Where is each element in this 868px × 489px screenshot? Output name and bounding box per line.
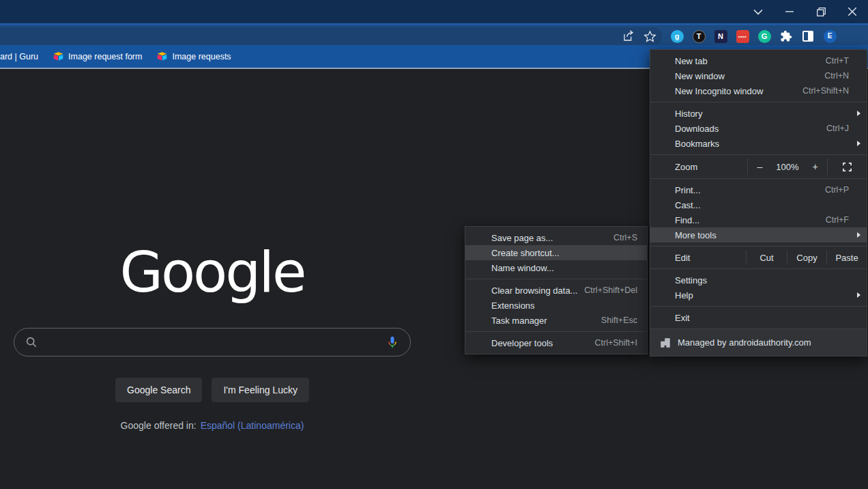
address-bar[interactable] [0,27,662,45]
close-icon [848,8,856,16]
airtable-icon [157,52,167,61]
browser-window: g T N •••• G E ard | Guru [0,0,868,489]
menu-separator [650,178,867,179]
extension-n-button[interactable]: N [711,27,730,45]
search-icon [25,336,38,348]
feeling-lucky-button[interactable]: I'm Feeling Lucky [212,378,309,402]
profile-avatar-button[interactable]: E [820,27,839,45]
window-controls [742,0,868,23]
edit-label: Edit [650,250,746,265]
extension-t-button[interactable]: T [689,27,708,45]
fullscreen-icon [843,163,852,171]
restore-button[interactable] [805,0,837,23]
voice-search-icon[interactable] [386,335,399,349]
zoom-label: Zoom [650,158,747,175]
submenu-arrow-icon [857,141,860,146]
managed-by-label: Managed by androidauthority.com [678,337,811,348]
offered-in-text: Google offered in: [121,420,197,431]
bookmark-item-image-request-form[interactable]: Image request form [49,48,146,65]
search-buttons-row: Google Search I'm Feeling Lucky [0,378,424,402]
zoom-level: 100% [776,162,798,172]
submenu-item-clear-browsing-data[interactable]: Clear browsing data... Ctrl+Shift+Del [465,283,647,298]
browser-toolbar: g T N •••• G E [0,23,868,45]
grammarly-icon: G [758,30,771,43]
language-offer-line: Google offered in:Español (Latinoamérica… [0,420,424,431]
extension-darkmode-button[interactable] [798,27,818,45]
menu-item-downloads[interactable]: Downloads Ctrl+J [650,121,867,136]
bookmark-label: ard | Guru [0,52,38,61]
menu-item-zoom: Zoom – 100% + [650,158,867,175]
submenu-arrow-icon [857,232,860,238]
submenu-item-create-shortcut[interactable]: Create shortcut... [465,245,647,260]
extensions-menu-button[interactable] [777,27,796,45]
share-button[interactable] [619,27,638,45]
zoom-in-button[interactable]: + [808,161,823,172]
menu-item-edit: Edit Cut Copy Paste [650,250,867,265]
profile-avatar: E [824,30,837,43]
menu-item-cast[interactable]: Cast... [650,197,867,212]
submenu-item-task-manager[interactable]: Task manager Shift+Esc [465,313,647,328]
minimize-button[interactable] [774,0,805,23]
menu-item-new-window[interactable]: New window Ctrl+N [650,68,867,83]
copy-button[interactable]: Copy [787,250,826,265]
cut-button[interactable]: Cut [747,250,787,265]
menu-item-more-tools[interactable]: More tools [650,227,867,242]
managed-by-banner: Managed by androidauthority.com [650,329,867,356]
submenu-item-developer-tools[interactable]: Developer tools Ctrl+Shift+I [465,335,647,350]
restore-icon [817,8,826,16]
close-button[interactable] [837,0,868,23]
submenu-item-name-window[interactable]: Name window... [465,260,647,275]
spanish-language-link[interactable]: Español (Latinoamérica) [201,420,304,431]
extension-grammarly-button[interactable]: G [755,27,774,45]
fullscreen-button[interactable] [828,158,867,175]
chrome-main-menu: New tab Ctrl+T New window Ctrl+N New Inc… [650,49,867,357]
chevron-down-icon [753,9,763,15]
tab-search-button[interactable] [742,0,774,23]
title-bar [0,0,868,23]
bookmark-star-button[interactable] [640,27,659,45]
airtable-icon [53,52,63,61]
google-search-box[interactable] [14,328,411,357]
t-extension-icon: T [693,30,706,43]
bookmark-label: Image requests [172,52,231,61]
bookmark-item-guru[interactable]: ard | Guru [0,48,42,65]
extension-password-button[interactable]: •••• [733,27,752,45]
menu-item-exit[interactable]: Exit [650,310,867,325]
menu-separator [650,154,867,155]
submenu-arrow-icon [857,292,860,298]
menu-item-find[interactable]: Find... Ctrl+F [650,212,867,227]
extension-g-button[interactable]: g [667,27,686,45]
n-extension-icon: N [714,30,727,43]
menu-item-new-tab[interactable]: New tab Ctrl+T [650,53,867,68]
submenu-arrow-icon [857,111,860,116]
submenu-item-extensions[interactable]: Extensions [465,298,647,313]
star-icon [643,30,656,43]
more-tools-submenu: Save page as... Ctrl+S Create shortcut..… [465,226,648,354]
share-icon [622,30,635,42]
menu-separator [650,306,867,307]
menu-separator [650,246,867,247]
puzzle-icon [780,30,792,42]
submenu-item-save-page-as[interactable]: Save page as... Ctrl+S [465,230,647,245]
minimize-icon [785,8,794,16]
google-search-button[interactable]: Google Search [115,378,202,402]
password-manager-icon: •••• [736,30,749,43]
search-input[interactable] [46,337,377,348]
menu-separator [465,331,647,332]
menu-item-bookmarks[interactable]: Bookmarks [650,136,867,151]
split-square-icon [802,31,813,42]
menu-separator [650,268,867,269]
menu-item-history[interactable]: History [650,106,867,121]
bookmark-item-image-requests[interactable]: Image requests [153,48,235,65]
menu-item-new-incognito-window[interactable]: New Incognito window Ctrl+Shift+N [650,83,867,98]
zoom-out-button[interactable]: – [752,161,767,172]
bookmark-label: Image request form [68,52,142,61]
menu-item-help[interactable]: Help [650,288,867,303]
g-extension-icon: g [671,30,684,43]
menu-item-print[interactable]: Print... Ctrl+P [650,182,867,197]
menu-separator [465,279,647,279]
menu-item-settings[interactable]: Settings [650,273,867,288]
enterprise-building-icon [659,337,671,349]
menu-separator [650,102,867,102]
paste-button[interactable]: Paste [827,250,867,265]
